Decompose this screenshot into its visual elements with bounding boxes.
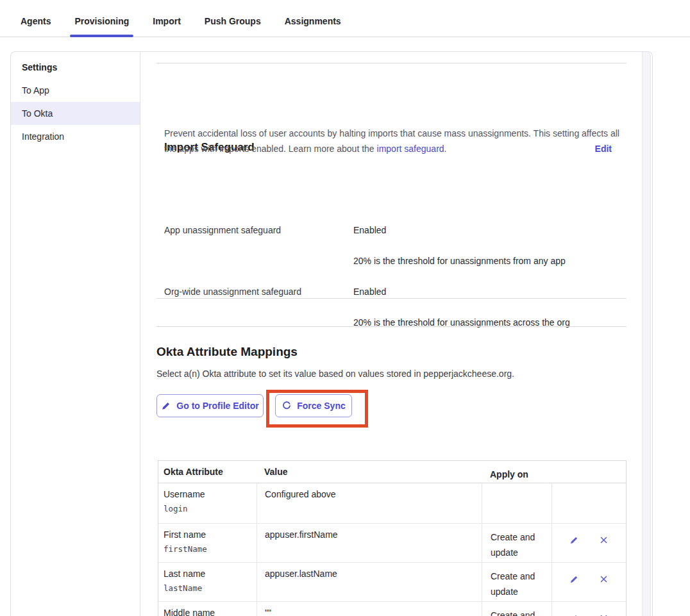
attribute-name: Last name (164, 569, 251, 579)
edit-mapping-icon[interactable] (569, 574, 580, 584)
attribute-variable: lastName (164, 583, 251, 593)
delete-mapping-icon[interactable] (599, 613, 609, 616)
settings-sidebar: Settings To App To Okta Integration (11, 52, 140, 616)
tab-provisioning[interactable]: Provisioning (74, 5, 129, 37)
row-actions (551, 602, 626, 616)
apply-on-value: Create and update (482, 524, 551, 562)
table-row-middle-name: Middle name "" Create and update (158, 602, 626, 616)
table-row-username: Username login Configured above (158, 483, 626, 524)
attribute-value: "" (257, 602, 482, 616)
section-divider-top (156, 63, 627, 63)
column-header-actions (551, 461, 626, 483)
column-header-value: Value (257, 461, 482, 483)
force-sync-label: Force Sync (297, 401, 345, 411)
tab-push-groups[interactable]: Push Groups (205, 5, 261, 37)
attribute-name: First name (164, 529, 251, 540)
tab-assignments[interactable]: Assignments (285, 5, 341, 37)
edit-mapping-icon[interactable] (569, 613, 580, 616)
app-unassignment-safeguard-status: Enabled (353, 225, 386, 235)
section-divider-middle-2 (156, 326, 627, 327)
column-header-okta-attribute: Okta Attribute (158, 461, 257, 483)
go-to-profile-editor-label: Go to Profile Editor (176, 401, 258, 411)
to-okta-content: Import Safeguard Edit Prevent accidental… (156, 52, 627, 616)
sidebar-item-to-okta[interactable]: To Okta (11, 102, 140, 125)
delete-mapping-icon[interactable] (599, 574, 609, 584)
row-actions (551, 483, 626, 523)
app-unassignment-safeguard-label: App unassignment safeguard (164, 225, 281, 235)
go-to-profile-editor-button[interactable]: Go to Profile Editor (156, 394, 264, 417)
okta-attribute-mappings-title: Okta Attribute Mappings (156, 345, 298, 359)
okta-attribute-mappings-subtitle: Select a(n) Okta attribute to set its va… (156, 369, 514, 379)
apply-on-value: Create and update (482, 602, 551, 616)
description-suffix: . (444, 144, 447, 154)
row-actions (551, 563, 626, 601)
org-wide-unassignment-safeguard-label: Org-wide unassignment safeguard (164, 287, 301, 297)
attribute-mappings-table: Okta Attribute Value Apply on Username l… (158, 460, 627, 616)
app-unassignment-safeguard-detail: 20% is the threshold for unassignments f… (353, 256, 566, 266)
attribute-name: Username (164, 489, 251, 499)
delete-mapping-icon[interactable] (599, 535, 609, 545)
table-header-row: Okta Attribute Value Apply on (158, 461, 626, 483)
edit-mapping-icon[interactable] (569, 535, 580, 545)
column-header-apply-on: Apply on (482, 461, 551, 483)
section-divider-middle-1 (156, 298, 627, 299)
sidebar-header-settings: Settings (11, 56, 140, 79)
table-row-first-name: First name firstName appuser.firstName C… (158, 524, 626, 563)
attribute-name: Middle name (164, 608, 251, 616)
pencil-icon (161, 401, 171, 411)
tab-import[interactable]: Import (153, 5, 181, 37)
force-sync-button[interactable]: Force Sync (275, 394, 352, 417)
sync-icon (282, 401, 292, 411)
import-safeguard-link[interactable]: import safeguard (377, 144, 444, 154)
provisioning-card: Settings To App To Okta Integration Impo… (10, 51, 653, 616)
attribute-variable: login (164, 504, 251, 513)
tab-bar: Agents Provisioning Import Push Groups A… (0, 0, 690, 37)
row-actions (551, 524, 626, 562)
import-safeguard-description: Prevent accidental loss of user accounts… (164, 126, 622, 156)
vertical-scrollbar[interactable] (642, 52, 651, 616)
attribute-value: appuser.firstName (257, 524, 482, 562)
sidebar-item-integration[interactable]: Integration (11, 125, 140, 148)
apply-on-value: Create and update (482, 563, 551, 601)
org-wide-unassignment-safeguard-status: Enabled (353, 287, 386, 297)
sidebar-item-to-app[interactable]: To App (11, 79, 140, 102)
attribute-value: Configured above (257, 483, 482, 523)
attribute-value: appuser.lastName (257, 563, 482, 601)
apply-on-value (482, 483, 551, 523)
attribute-variable: firstName (164, 544, 251, 554)
table-row-last-name: Last name lastName appuser.lastName Crea… (158, 563, 626, 602)
tab-agents[interactable]: Agents (21, 5, 51, 37)
